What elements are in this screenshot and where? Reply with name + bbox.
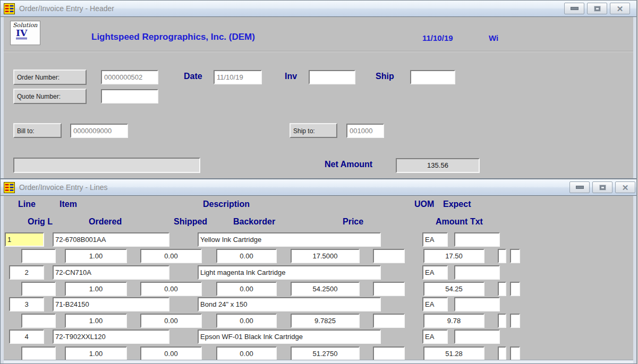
backorder-field[interactable]: 0.00	[216, 314, 277, 328]
customer-name-display	[13, 158, 200, 173]
bill-to-label: Bill to:	[13, 123, 62, 138]
price-field[interactable]: 9.7825	[291, 314, 360, 328]
ship-label: Ship	[376, 72, 394, 81]
line-number-field[interactable]: 4	[9, 330, 44, 344]
item-field[interactable]: 72-6708B001AA	[53, 232, 169, 247]
shipped-field[interactable]: 0.00	[140, 249, 202, 263]
lines-window-body: Line Item Description UOM Expect Orig L …	[1, 196, 636, 363]
line-detail-row-4: 1.00 0.00 0.00 51.2750 51.28	[4, 346, 633, 361]
ordered-field[interactable]: 1.00	[65, 282, 127, 296]
backorder-field[interactable]: 0.00	[216, 249, 277, 263]
price-field[interactable]: 17.5000	[291, 249, 360, 263]
header-titlebar[interactable]: Order/Invoice Entry - Header ✕	[1, 1, 636, 17]
order-number-label: Order Number:	[13, 70, 87, 85]
col-header-uom: UOM	[414, 200, 434, 209]
date-field[interactable]: 11/10/19	[214, 70, 262, 84]
close-button[interactable]: ✕	[610, 3, 630, 14]
item-field[interactable]: 72-T902XXL120	[53, 330, 169, 344]
ordered-field[interactable]: 1.00	[65, 314, 127, 328]
flag-field-1[interactable]	[498, 282, 506, 296]
description-field[interactable]: Light magenta Ink Cartridge	[198, 265, 381, 280]
quote-number-field[interactable]	[101, 89, 158, 103]
backorder-field[interactable]: 0.00	[216, 282, 277, 296]
app-icon	[4, 182, 15, 193]
maximize-button[interactable]	[587, 3, 607, 14]
orig-line-field[interactable]	[21, 346, 56, 361]
ordered-field[interactable]: 1.00	[65, 249, 127, 263]
uom-field[interactable]: EA	[422, 330, 448, 344]
amount-field[interactable]: 9.78	[423, 314, 484, 328]
close-icon: ✕	[617, 5, 624, 13]
flag-field-2[interactable]	[510, 314, 520, 328]
order-number-field[interactable]: 0000000502	[101, 70, 158, 84]
ship-field[interactable]	[410, 70, 455, 84]
solution-iv-logo: Solution IV	[10, 21, 40, 45]
line-number-field[interactable]: 1	[5, 232, 44, 247]
description-field[interactable]: Bond 24" x 150	[198, 297, 381, 311]
price-field[interactable]: 54.2500	[291, 282, 360, 296]
txt-field[interactable]	[373, 282, 405, 296]
col-header-ordered: Ordered	[89, 217, 122, 227]
minimize-button[interactable]	[569, 181, 590, 193]
backorder-field[interactable]: 0.00	[216, 346, 277, 361]
inv-field[interactable]	[309, 70, 355, 84]
orig-line-field[interactable]	[21, 314, 56, 328]
txt-field[interactable]	[373, 314, 405, 328]
expect-field[interactable]	[454, 330, 500, 344]
line-number-field[interactable]: 2	[9, 265, 44, 280]
description-field[interactable]: Epson WF-01 Black Ink Cartridge	[198, 330, 381, 344]
flag-field-2[interactable]	[510, 282, 520, 296]
uom-field[interactable]: EA	[422, 265, 448, 280]
expect-field[interactable]	[454, 297, 500, 311]
shipped-field[interactable]: 0.00	[140, 282, 202, 296]
uom-field[interactable]: EA	[422, 297, 448, 311]
shipped-field[interactable]: 0.00	[140, 346, 202, 361]
maximize-button[interactable]	[592, 181, 613, 193]
line-detail-row-3: 1.00 0.00 0.00 9.7825 9.78	[4, 314, 633, 328]
quote-number-label: Quote Number:	[13, 89, 87, 104]
window-order-invoice-lines: Order/Invoice Entry - Lines ✕ Line Item …	[0, 179, 637, 364]
close-button[interactable]: ✕	[615, 181, 635, 193]
txt-field[interactable]	[373, 249, 405, 263]
amount-field[interactable]: 51.28	[423, 346, 484, 361]
col-header-price: Price	[343, 217, 363, 227]
flag-field-1[interactable]	[498, 314, 506, 328]
col-header-line: Line	[18, 200, 36, 209]
shipped-field[interactable]: 0.00	[140, 314, 202, 328]
col-header-item: Item	[59, 200, 77, 209]
ship-to-label: Ship to:	[290, 123, 337, 138]
system-date: 11/10/19	[422, 33, 453, 42]
expect-field[interactable]	[454, 265, 500, 280]
flag-field-1[interactable]	[498, 346, 506, 361]
orig-line-field[interactable]	[21, 249, 56, 263]
bill-to-field[interactable]: 0000009000	[70, 124, 128, 138]
amount-field[interactable]: 17.50	[423, 249, 484, 263]
ship-to-field[interactable]: 001000	[346, 124, 384, 138]
expect-field[interactable]	[454, 232, 500, 247]
description-field[interactable]: Yellow Ink Cartridge	[198, 232, 381, 247]
flag-field-1[interactable]	[498, 249, 506, 263]
minimize-button[interactable]	[564, 3, 584, 14]
flag-field-2[interactable]	[510, 346, 520, 361]
window-order-invoice-header: Order/Invoice Entry - Header ✕ Solution …	[0, 0, 637, 179]
ordered-field[interactable]: 1.00	[65, 346, 127, 361]
line-detail-row-1: 1.00 0.00 0.00 17.5000 17.50	[4, 249, 633, 263]
price-field[interactable]: 51.2750	[291, 346, 360, 361]
company-name: Lightspeed Reprographics, Inc. (DEM)	[91, 32, 255, 42]
txt-field[interactable]	[373, 346, 405, 361]
orig-line-field[interactable]	[21, 282, 56, 296]
item-field[interactable]: 71-B24150	[53, 297, 169, 311]
line-number-field[interactable]: 3	[9, 297, 44, 311]
header-window-body: Solution IV Lightspeed Reprographics, In…	[1, 17, 636, 178]
lines-titlebar[interactable]: Order/Invoice Entry - Lines ✕	[1, 179, 636, 196]
item-field[interactable]: 72-CN710A	[53, 265, 169, 280]
logo-iv-text: IV	[16, 29, 27, 39]
uom-field[interactable]: EA	[422, 232, 448, 247]
divider	[4, 51, 633, 52]
minimize-icon	[571, 7, 579, 10]
amount-field[interactable]: 54.25	[423, 282, 484, 296]
col-header-orig-l: Orig L	[28, 217, 53, 227]
maximize-icon	[594, 6, 600, 11]
flag-field-2[interactable]	[510, 249, 520, 263]
net-amount-label: Net Amount	[325, 160, 372, 169]
